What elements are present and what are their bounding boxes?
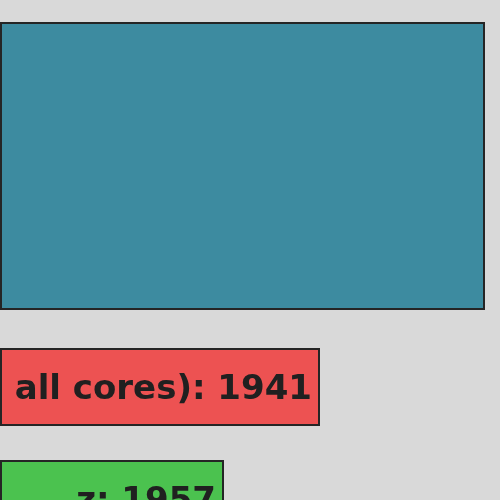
bar-top — [0, 22, 485, 310]
bar-z-label: z: 1957 — [76, 479, 216, 500]
bar-all-cores: all cores): 1941 — [0, 348, 320, 426]
bar-z: z: 1957 — [0, 460, 224, 500]
chart-panel: all cores): 1941 z: 1957 — [0, 0, 500, 500]
bar-all-cores-label: all cores): 1941 — [15, 367, 312, 407]
bar-top-edge — [480, 24, 483, 308]
